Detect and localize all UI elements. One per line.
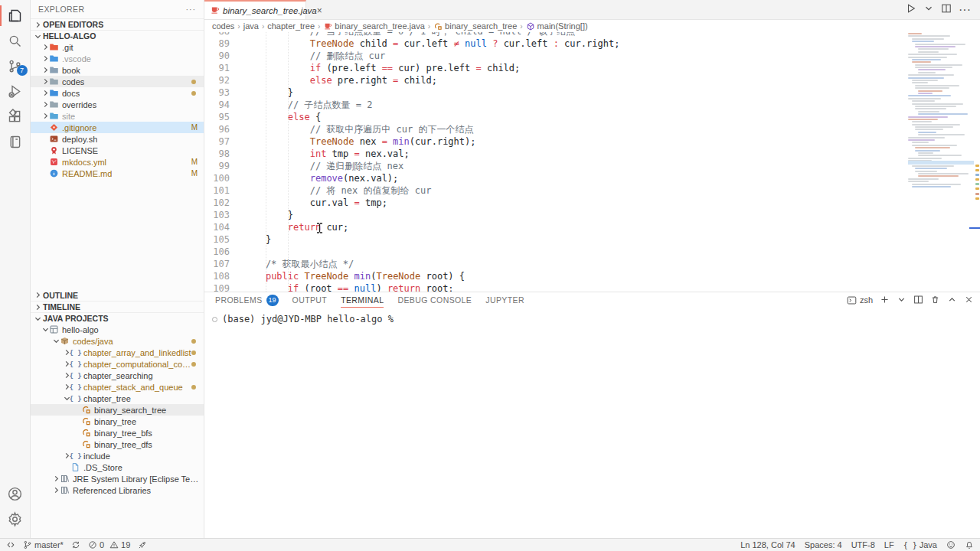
- explorer-item-overrides[interactable]: overrides: [31, 99, 204, 110]
- minimap[interactable]: [908, 33, 969, 188]
- panel-tab-debug-console[interactable]: DEBUG CONSOLE: [397, 292, 472, 308]
- chevron-right-icon: [41, 158, 49, 166]
- project-item-chapter-array-and-linkedlist[interactable]: { }chapter_array_and_linkedlist: [31, 347, 204, 358]
- gitignore-icon: [49, 122, 59, 132]
- explorer-item-codes[interactable]: codes: [31, 76, 204, 87]
- terminal[interactable]: (base) jyd@JYD-MBP hello-algo %: [204, 308, 980, 538]
- source-control-icon[interactable]: 7: [0, 54, 31, 79]
- outline-section[interactable]: OUTLINE: [31, 289, 204, 301]
- notebook-icon[interactable]: [0, 129, 31, 155]
- project-item-chapter-searching[interactable]: { }chapter_searching: [31, 370, 204, 381]
- encoding-status[interactable]: UTF-8: [851, 540, 875, 549]
- project-item--ds-store[interactable]: .DS_Store: [31, 461, 204, 473]
- explorer-icon[interactable]: [0, 3, 31, 28]
- project-item-binary-tree[interactable]: binary_tree: [31, 416, 204, 427]
- panel-tab-output[interactable]: OUTPUT: [292, 292, 328, 308]
- search-icon[interactable]: [0, 28, 31, 54]
- project-item-jre-system-library-eclipse-temurin-17-17-[interactable]: JRE System Library [Eclipse Temurin 17 […: [31, 473, 204, 484]
- settings-gear-icon[interactable]: [0, 507, 31, 532]
- explorer-more-actions-icon[interactable]: ···: [186, 5, 197, 14]
- maximize-panel-chevron-icon[interactable]: [947, 295, 957, 306]
- code-text: // 删除结点 cur: [230, 50, 385, 62]
- code-lines: 88 // 当子结点数量 = 0 / 1 时， child = null / 该…: [204, 32, 980, 292]
- chevron-right-icon: [41, 67, 49, 74]
- notifications-bell-icon[interactable]: [965, 540, 974, 549]
- java-projects-section[interactable]: JAVA PROJECTS: [31, 312, 204, 324]
- language-mode[interactable]: { } Java: [903, 540, 937, 549]
- split-terminal-icon[interactable]: [913, 295, 923, 306]
- kill-terminal-trash-icon[interactable]: [930, 295, 940, 306]
- command-decoration-icon[interactable]: [212, 317, 217, 322]
- close-panel-icon[interactable]: [964, 295, 974, 306]
- breadcrumb-label: main(String[]): [537, 21, 588, 31]
- git-branch-status[interactable]: master*: [23, 540, 64, 549]
- project-item-include[interactable]: { }include: [31, 450, 204, 461]
- explorer-item-mkdocs-yml[interactable]: mkdocs.ymlM: [31, 156, 204, 168]
- project-item-chapter-computational-complexity[interactable]: { }chapter_computational_complexity: [31, 358, 204, 370]
- explorer-item-site[interactable]: site: [31, 110, 204, 122]
- split-editor-icon[interactable]: [941, 3, 952, 17]
- explorer-item--vscode[interactable]: .vscode: [31, 53, 204, 64]
- breadcrumb-item-chapter-tree[interactable]: chapter_tree: [267, 21, 315, 31]
- code-line-93: 93 }: [204, 86, 980, 99]
- remote-indicator-icon[interactable]: [6, 540, 15, 549]
- new-terminal-icon[interactable]: [880, 295, 890, 306]
- explorer-item-docs[interactable]: docs: [31, 87, 204, 99]
- panel-tab-problems[interactable]: PROBLEMS19: [215, 292, 279, 308]
- extensions-icon[interactable]: [0, 104, 31, 129]
- run-debug-icon[interactable]: [0, 79, 31, 104]
- panel-tab-terminal[interactable]: TERMINAL: [341, 292, 384, 308]
- item-label: .DS_Store: [83, 463, 122, 472]
- chevron-right-icon: [41, 90, 49, 97]
- explorer-item--gitignore[interactable]: .gitignoreM: [31, 122, 204, 133]
- run-dropdown-chevron-icon[interactable]: [923, 3, 934, 17]
- line-number: 94: [204, 99, 230, 111]
- tab-binary-search-tree-java[interactable]: binary_search_tree.java ×: [204, 0, 306, 19]
- explorer-item-book[interactable]: book: [31, 64, 204, 76]
- editor-more-actions-icon[interactable]: ···: [959, 3, 971, 17]
- breadcrumb-item-codes[interactable]: codes: [212, 21, 234, 31]
- project-item-chapter-tree[interactable]: { }chapter_tree: [31, 393, 204, 404]
- problems-status[interactable]: 0 19: [88, 540, 130, 549]
- terminal-dropdown-chevron-icon[interactable]: [897, 295, 906, 306]
- explorer-item-license[interactable]: LICENSE: [31, 145, 204, 156]
- project-item-hello-algo[interactable]: hello-algo: [31, 324, 204, 335]
- timeline-section[interactable]: TIMELINE: [31, 301, 204, 312]
- vscode-window: 7 EXPLORER: [0, 0, 980, 551]
- error-count: 0: [100, 540, 104, 549]
- terminal-shell-picker[interactable]: zsh: [847, 295, 873, 305]
- namespace-icon: { }: [70, 451, 80, 461]
- indentation-status[interactable]: Spaces: 4: [805, 540, 842, 549]
- code-text: cur.val = tmp;: [230, 197, 387, 209]
- project-item-codes-java[interactable]: codes/java: [31, 335, 204, 347]
- chevron-right-icon: [34, 292, 41, 299]
- project-item-binary-search-tree[interactable]: binary_search_tree: [31, 404, 204, 416]
- explorer-item-deploy-sh[interactable]: deploy.sh: [31, 133, 204, 145]
- open-editors-section[interactable]: OPEN EDITORS: [31, 18, 204, 30]
- project-item-binary-tree-dfs[interactable]: binary_tree_dfs: [31, 439, 204, 450]
- eol-status[interactable]: LF: [884, 540, 894, 549]
- explorer-item-readme-md[interactable]: README.mdM: [31, 168, 204, 179]
- panel-tab-jupyter[interactable]: JUPYTER: [485, 292, 524, 308]
- cursor-position[interactable]: Ln 128, Col 74: [740, 540, 795, 549]
- explorer-item--git[interactable]: .git: [31, 41, 204, 53]
- account-icon[interactable]: [0, 481, 31, 507]
- breadcrumb-item-main-string-[interactable]: main(String[]): [526, 21, 588, 31]
- breadcrumb-separator: ›: [237, 22, 240, 31]
- feedback-smiley-icon[interactable]: [946, 540, 956, 549]
- code-editor[interactable]: 88 // 当子结点数量 = 0 / 1 时， child = null / 该…: [204, 32, 980, 292]
- breadcrumb-item-binary-search-tree[interactable]: binary_search_tree: [433, 21, 517, 31]
- project-item-chapter-stack-and-queue[interactable]: { }chapter_stack_and_queue: [31, 381, 204, 393]
- tab-close-icon[interactable]: ×: [317, 5, 322, 16]
- item-label: chapter_tree: [83, 394, 131, 403]
- root-folder-section[interactable]: HELLO-ALGO: [31, 30, 204, 41]
- run-button[interactable]: [906, 3, 916, 17]
- sync-icon[interactable]: [71, 540, 80, 549]
- project-item-binary-tree-bfs[interactable]: binary_tree_bfs: [31, 427, 204, 439]
- line-number: 98: [204, 148, 230, 160]
- breadcrumb-item-binary-search-tree-java[interactable]: binary_search_tree.java: [323, 21, 424, 31]
- git-modified-badge: M: [191, 123, 201, 132]
- breadcrumb-item-java[interactable]: java: [243, 21, 259, 31]
- java-ready-rocket-icon[interactable]: [138, 540, 147, 549]
- project-item-referenced-libraries[interactable]: Referenced Libraries: [31, 484, 204, 496]
